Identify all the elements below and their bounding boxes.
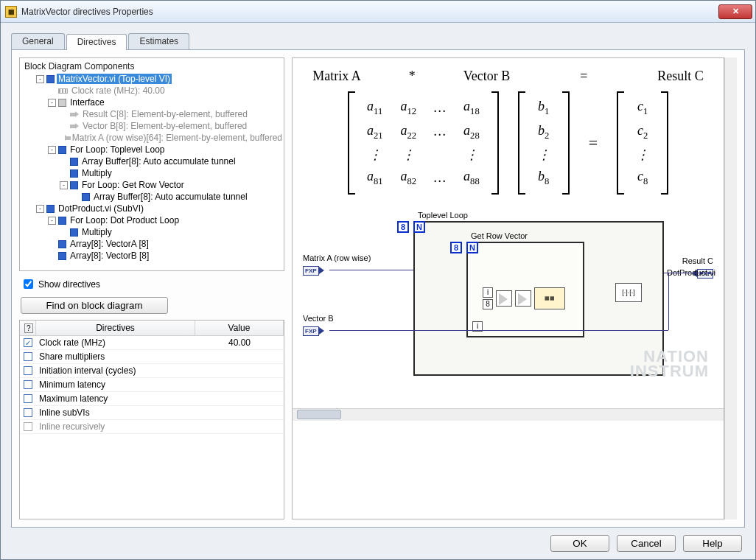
tree-twisty-icon[interactable]: - [48, 217, 56, 225]
diagram-preview[interactable]: Matrix A * Vector B = Result C a11a12…a1… [292, 57, 724, 519]
tree-node[interactable]: -For Loop: Get Row Vector [20, 179, 284, 191]
directive-row[interactable]: Initiation interval (cycles) [20, 364, 284, 378]
directive-row[interactable]: Minimum latency [20, 378, 284, 392]
tree-node-label: For Loop: Toplevel Loop [69, 144, 167, 155]
vector-b: b1b2 ⋮b8 [518, 91, 570, 195]
tree-node[interactable]: -MatrixVector.vi (Top-level VI) [20, 73, 284, 85]
directive-row[interactable]: Clock rate (MHz)40.00 [20, 336, 284, 350]
n-terminal-outer: N [413, 221, 425, 233]
triangle-icon [319, 267, 324, 274]
dialog-window: ▦ MatrixVector directives Properties ✕ G… [0, 0, 756, 560]
show-directives-checkbox[interactable]: Show directives [19, 277, 284, 291]
directive-checkbox[interactable] [24, 380, 32, 389]
directive-checkbox[interactable] [24, 338, 32, 347]
help-button[interactable]: Help [683, 535, 742, 552]
app-icon: ▦ [5, 6, 17, 18]
tree-twisty-icon[interactable]: - [48, 146, 56, 154]
tree-node-label: DotProduct.vi (SubVI) [57, 203, 145, 214]
directive-name: Minimum latency [36, 379, 195, 390]
tree-node-label: Vector B[8]: Element-by-element, buffere… [81, 121, 248, 131]
ok-button[interactable]: OK [550, 535, 609, 552]
tree-node-label: Array[8]: VectorA [8] [69, 239, 150, 249]
tree-node[interactable]: Multiply [20, 226, 284, 238]
directive-checkbox[interactable] [24, 352, 32, 361]
directive-row[interactable]: Maximum latency [20, 392, 284, 406]
tree-node[interactable]: -For Loop: Dot Product Loop [20, 214, 284, 226]
sq-icon [70, 169, 78, 178]
directive-row[interactable]: Inline recursively [20, 420, 284, 434]
directive-checkbox[interactable] [24, 366, 32, 375]
arrow-icon [70, 111, 79, 118]
tree-node[interactable]: Clock rate (MHz): 40.00 [20, 85, 284, 97]
add-icon [515, 290, 531, 307]
directive-name: Maximum latency [36, 393, 195, 404]
directives-header: ? Directives Value [20, 321, 284, 336]
matrix-a: a11a12…a18 a21a22…a28 ⋮⋮⋮ a81a82…a88 [348, 91, 499, 195]
directive-row[interactable]: Inline subVIs [20, 406, 284, 420]
tree-node-label: MatrixVector.vi (Top-level VI) [57, 74, 172, 84]
header-directives[interactable]: Directives [36, 321, 195, 335]
tree-node-label: Array[8]: VectorB [8] [69, 251, 150, 261]
directive-name: Inline recursively [36, 421, 195, 432]
tree-node[interactable]: Array Buffer[8]: Auto accumulate tunnel [20, 155, 284, 167]
right-column: Matrix A * Vector B = Result C a11a12…a1… [292, 57, 737, 519]
tree-node-label: Multiply [80, 168, 113, 178]
tree-node[interactable]: -For Loop: Toplevel Loop [20, 144, 284, 155]
tree-twisty-icon [60, 228, 68, 237]
tab-body: Block Diagram Components -MatrixVector.v… [11, 49, 745, 528]
formula-body: a11a12…a18 a21a22…a28 ⋮⋮⋮ a81a82…a88 b1b… [303, 91, 713, 195]
directives-body: Clock rate (MHz)40.00Share multipliersIn… [20, 336, 284, 519]
tree-title: Block Diagram Components [20, 60, 284, 73]
tree-node[interactable]: Array[8]: VectorA [8] [20, 238, 284, 250]
header-question[interactable]: ? [20, 321, 36, 335]
close-button[interactable]: ✕ [718, 4, 752, 19]
array-index-icon: ▦▦ [534, 287, 565, 309]
cancel-button[interactable]: Cancel [617, 535, 676, 552]
directive-checkbox[interactable] [24, 394, 32, 403]
header-value[interactable]: Value [195, 321, 284, 335]
tree-twisty-icon [60, 158, 68, 166]
label-matrix-a: Matrix A (row wise) [303, 253, 371, 262]
tree-node-label: Array Buffer[8]: Auto accumulate tunnel [92, 192, 249, 202]
sq-icon [46, 205, 55, 213]
sq-icon [70, 158, 78, 166]
preview-vscroll[interactable] [724, 57, 737, 519]
tree-node-label: Array Buffer[8]: Auto accumulate tunnel [80, 156, 237, 167]
toplevel-loop-label: Toplevel Loop [418, 211, 468, 220]
tree-node[interactable]: Matrix A (row wise)[64]: Element-by-elem… [20, 132, 284, 144]
tree-twisty-icon[interactable]: - [48, 99, 56, 107]
sq-icon [82, 193, 90, 201]
tree-node[interactable]: Vector B[8]: Element-by-element, buffere… [20, 120, 284, 132]
arrow-icon [70, 123, 79, 130]
directive-name: Share multipliers [36, 351, 195, 362]
directive-name: Clock rate (MHz) [36, 337, 195, 348]
n-terminal-inner: N [466, 242, 478, 253]
multiply-icon [496, 290, 512, 307]
tab-estimates[interactable]: Estimates [128, 33, 189, 49]
formula-header: Matrix A * Vector B = Result C [303, 69, 713, 84]
sq-icon [46, 75, 55, 83]
directive-checkbox[interactable] [24, 408, 32, 417]
tree-twisty-icon[interactable]: - [36, 205, 44, 213]
tree-node[interactable]: -Interface [20, 97, 284, 108]
directive-value: 40.00 [195, 337, 284, 348]
tree-twisty-icon [48, 252, 56, 260]
preview-hscroll[interactable] [293, 408, 724, 421]
tree-node[interactable]: Array[8]: VectorB [8] [20, 250, 284, 262]
components-tree[interactable]: Block Diagram Components -MatrixVector.v… [19, 57, 284, 271]
equals-sign: = [589, 133, 598, 153]
tree-node[interactable]: Array Buffer[8]: Auto accumulate tunnel [20, 191, 284, 203]
tab-directives[interactable]: Directives [66, 34, 127, 50]
tree-twisty-icon[interactable]: - [36, 75, 44, 83]
show-directives-input[interactable] [24, 279, 33, 289]
tab-general[interactable]: General [11, 33, 65, 49]
tree-node[interactable]: -DotProduct.vi (SubVI) [20, 203, 284, 214]
tree-twisty-icon[interactable]: - [60, 181, 68, 189]
directive-row[interactable]: Share multipliers [20, 350, 284, 364]
sq-icon [58, 146, 66, 154]
find-on-diagram-button[interactable]: Find on block diagram [21, 297, 168, 314]
tree-node[interactable]: Multiply [20, 167, 284, 179]
tree-node[interactable]: Result C[8]: Element-by-element, buffere… [20, 108, 284, 120]
tree-twisty-icon [71, 193, 80, 201]
sqgrey-icon [58, 99, 66, 107]
